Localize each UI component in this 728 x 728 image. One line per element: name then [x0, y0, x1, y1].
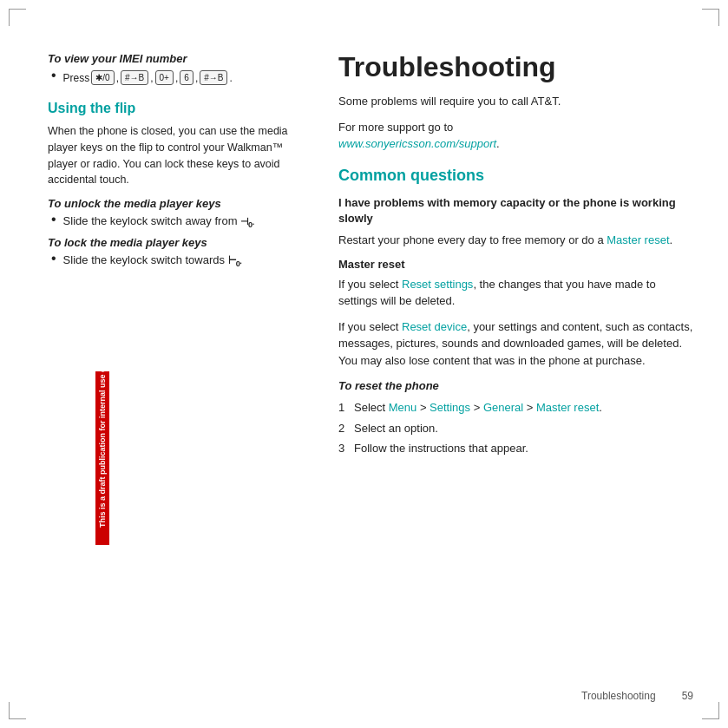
imei-section: To view your IMEI number • Press ✱/0 , #…	[48, 52, 295, 85]
reset-steps: 1 Select Menu > Settings > General > Mas…	[338, 399, 693, 457]
keylock-icon-away: ⊣0	[240, 216, 252, 229]
lock-bullet: • Slide the keylock switch towards ⊢0.	[48, 253, 295, 268]
press-label: Press	[63, 72, 90, 84]
keylock-icon-towards: ⊢0	[228, 255, 239, 268]
crop-mark-tl	[9, 9, 26, 26]
master-reset-nav-link[interactable]: Master reset	[536, 401, 599, 414]
menu-link[interactable]: Menu	[389, 401, 417, 414]
to-reset-title: To reset the phone	[338, 379, 693, 392]
comma-4: ,	[195, 72, 198, 84]
page-container: This is a draft publication for internal…	[0, 0, 728, 728]
imei-title: To view your IMEI number	[48, 52, 295, 65]
master-reset-heading: Master reset	[338, 258, 693, 271]
footer-label: Troubleshooting	[581, 690, 656, 702]
comma-2: ,	[150, 72, 153, 84]
unlock-text: Slide the keylock switch away from ⊣0.	[63, 214, 255, 229]
comma-3: ,	[175, 72, 178, 84]
step-num-2: 2	[338, 420, 354, 437]
step-3: 3 Follow the instructions that appear.	[338, 440, 693, 457]
master-reset-p1: If you select Reset settings, the change…	[338, 276, 693, 310]
step-3-text: Follow the instructions that appear.	[354, 440, 528, 457]
unlock-title: To unlock the media player keys	[48, 197, 295, 210]
lock-text: Slide the keylock switch towards ⊢0.	[63, 253, 243, 268]
common-questions-heading: Common questions	[338, 167, 693, 185]
step-2: 2 Select an option.	[338, 420, 693, 437]
flip-section: Using the flip When the phone is closed,…	[48, 101, 295, 268]
key-hash-b2: #→B	[200, 70, 227, 85]
bullet-dot: •	[51, 69, 56, 82]
left-column: To view your IMEI number • Press ✱/0 , #…	[0, 0, 321, 728]
bullet-dot-lock: •	[51, 252, 56, 266]
step-num-1: 1	[338, 399, 354, 416]
intro-text-2: For more support go to www.sonyericsson.…	[338, 119, 693, 153]
crop-mark-tr	[702, 9, 719, 26]
crop-mark-br	[702, 702, 719, 719]
main-title: Troubleshooting	[338, 52, 693, 82]
comma-1: ,	[116, 72, 119, 84]
flip-body: When the phone is closed, you can use th…	[48, 123, 295, 188]
general-link[interactable]: General	[483, 401, 523, 414]
key-star: ✱/0	[91, 70, 114, 85]
key-sequence: Press ✱/0 , #→B , 0+ , 6 , #→B .	[63, 70, 233, 85]
draft-label: This is a draft publication for internal…	[95, 371, 109, 545]
settings-link[interactable]: Settings	[430, 401, 470, 414]
bullet-dot-unlock: •	[51, 213, 56, 226]
key-hash-b: #→B	[121, 70, 148, 85]
lock-title: To lock the media player keys	[48, 236, 295, 249]
master-reset-p2: If you select Reset device, your setting…	[338, 318, 693, 370]
period-1: .	[229, 72, 232, 84]
step-1: 1 Select Menu > Settings > General > Mas…	[338, 399, 693, 416]
question-1: I have problems with memory capacity or …	[338, 195, 693, 226]
crop-mark-bl	[9, 702, 26, 719]
footer-page-number: 59	[682, 690, 693, 702]
key-zero: 0+	[155, 70, 174, 85]
imei-bullet: • Press ✱/0 , #→B , 0+ , 6 , #→B .	[48, 70, 295, 85]
right-column: Troubleshooting Some problems will requi…	[321, 0, 728, 728]
reset-device-link[interactable]: Reset device	[402, 320, 467, 333]
flip-heading: Using the flip	[48, 101, 295, 116]
master-reset-link-1[interactable]: Master reset	[607, 233, 669, 246]
reset-settings-link[interactable]: Reset settings	[402, 278, 473, 291]
step-num-3: 3	[338, 440, 354, 457]
intro-text-1: Some problems will require you to call A…	[338, 93, 693, 110]
key-six: 6	[180, 70, 193, 85]
page-footer: Troubleshooting 59	[581, 690, 693, 702]
unlock-bullet: • Slide the keylock switch away from ⊣0.	[48, 214, 295, 229]
step-1-text: Select Menu > Settings > General > Maste…	[354, 399, 602, 416]
support-url[interactable]: www.sonyericsson.com/support	[338, 137, 496, 150]
answer-1: Restart your phone every day to free mem…	[338, 232, 693, 249]
step-2-text: Select an option.	[354, 420, 438, 437]
